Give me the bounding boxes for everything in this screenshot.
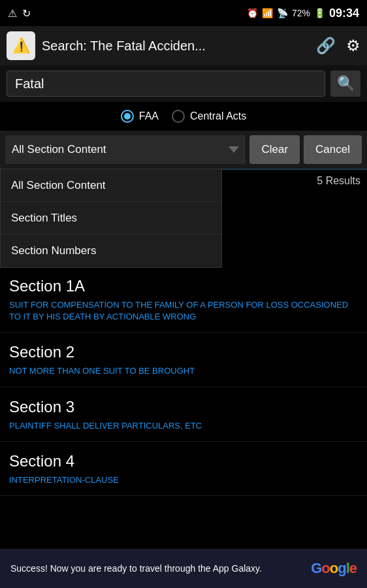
radio-option-faa[interactable]: FAA [121,110,159,123]
filter-selector[interactable]: All Section Content [5,135,246,164]
app-icon: ⚠️ [7,31,35,60]
magnifier-icon: 🔍 [337,75,355,92]
table-row[interactable]: Section 1A SUIT FOR COMPENSATION TO THE … [0,267,367,333]
section-subtitle: SUIT FOR COMPENSATION TO THE FAMILY OF A… [9,299,358,323]
radio-filter-row: FAA Central Acts [0,102,367,131]
alarm-icon: ⏰ [247,8,258,18]
radio-central-circle[interactable] [172,110,185,123]
google-logo: Google [311,560,357,577]
section-title: Section 2 [9,343,358,361]
radio-central-label: Central Acts [190,110,246,122]
ad-banner: Success! Now you are ready to travel thr… [0,549,367,588]
filter-dropdown: All Section Content Section Titles Secti… [0,169,222,268]
radio-faa-circle[interactable] [121,110,134,123]
warning-icon: ⚠ [8,7,17,20]
status-left-icons: ⚠ ↻ [8,7,31,20]
clear-button[interactable]: Clear [249,135,300,164]
section-title: Section 1A [9,277,358,295]
signal-icon: 📡 [277,8,288,18]
filter-selector-text: All Section Content [12,143,226,156]
section-title: Section 4 [9,452,358,470]
content-area: Section 1A SUIT FOR COMPENSATION TO THE … [0,267,367,549]
chevron-down-icon [229,146,239,153]
title-actions: 🔗 ⚙ [316,37,360,55]
section-title: Section 3 [9,398,358,416]
section-subtitle: NOT MORE THAN ONE SUIT TO BE BROUGHT [9,365,358,377]
battery-level: 72% [292,8,310,18]
radio-faa-label: FAA [139,110,159,122]
table-row[interactable]: Section 4 INTERPRETATION-CLAUSE [0,442,367,496]
results-count: 5 Results [317,175,360,187]
radio-option-central-acts[interactable]: Central Acts [172,110,246,123]
search-bar: 🔍 [0,65,367,102]
table-row[interactable]: Section 2 NOT MORE THAN ONE SUIT TO BE B… [0,333,367,387]
clock: 09:34 [329,7,359,20]
table-row[interactable]: Section 3 PLAINTIFF SHALL DELIVER PARTIC… [0,387,367,442]
share-icon[interactable]: 🔗 [316,37,336,55]
section-subtitle: PLAINTIFF SHALL DELIVER PARTICULARS, ETC [9,420,358,432]
sync-icon: ↻ [22,7,31,20]
title-bar: ⚠️ Search: The Fatal Acciden... 🔗 ⚙ [0,26,367,65]
warning-triangle-icon: ⚠️ [12,37,30,54]
page-title: Search: The Fatal Acciden... [42,39,310,54]
wifi-icon: 📶 [262,8,273,18]
settings-icon[interactable]: ⚙ [346,37,360,55]
search-input[interactable] [7,71,325,97]
status-bar: ⚠ ↻ ⏰ 📶 📡 72% 🔋 09:34 [0,0,367,26]
dropdown-item-section-titles[interactable]: Section Titles [1,202,221,235]
search-button[interactable]: 🔍 [330,71,360,97]
dropdown-item-section-numbers[interactable]: Section Numbers [1,235,221,267]
battery-icon: 🔋 [314,8,325,18]
ad-text: Success! Now you are ready to travel thr… [10,563,303,574]
filter-bar: All Section Content Clear Cancel [0,131,367,169]
section-subtitle: INTERPRETATION-CLAUSE [9,474,358,486]
cancel-button[interactable]: Cancel [304,135,362,164]
dropdown-item-all-section[interactable]: All Section Content [1,169,221,202]
status-right-info: ⏰ 📶 📡 72% 🔋 09:34 [247,7,359,20]
